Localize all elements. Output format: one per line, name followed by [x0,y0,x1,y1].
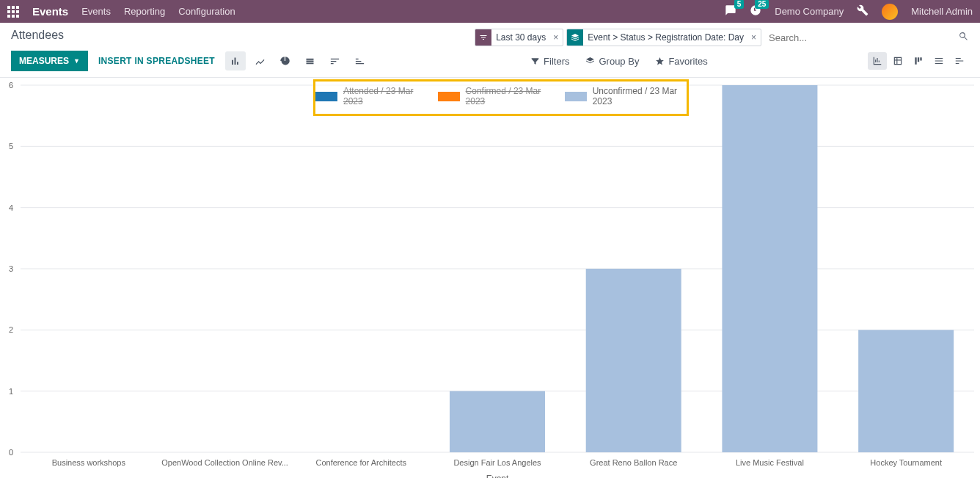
svg-text:6: 6 [9,81,13,90]
svg-rect-17 [858,330,954,452]
groupby-dropdown[interactable]: Group By [585,56,639,67]
favorites-dropdown[interactable]: Favorites [655,56,707,67]
stacked-icon[interactable] [300,51,321,70]
layers-icon [567,29,583,46]
swatch-attended [315,92,337,101]
facet-group[interactable]: Event > Status > Registration Date: Day … [566,29,761,46]
avatar[interactable] [882,4,898,20]
insert-spreadsheet-link[interactable]: INSERT IN SPREADSHEET [98,56,215,66]
filters-dropdown[interactable]: Filters [530,56,569,67]
svg-rect-16 [722,85,817,452]
facet-filter[interactable]: Last 30 days × [475,29,563,46]
svg-text:4: 4 [9,203,13,212]
svg-text:Design Fair Los Angeles: Design Fair Los Angeles [453,458,541,467]
messaging-icon[interactable]: 5 [725,4,736,18]
view-graph-icon[interactable] [868,52,887,70]
svg-text:OpenWood Collection Online Rev: OpenWood Collection Online Rev... [161,458,288,467]
debug-icon[interactable] [857,4,869,18]
svg-text:Hockey Tournament: Hockey Tournament [870,458,942,467]
swatch-confirmed [438,92,460,101]
messaging-badge: 5 [734,0,745,9]
sort-desc-icon[interactable] [325,51,345,70]
funnel-icon [475,29,491,46]
menu-events[interactable]: Events [81,6,111,17]
swatch-unconfirmed [565,92,587,101]
facet-group-remove[interactable]: × [747,32,761,43]
top-nav: Events Events Reporting Configuration 5 … [0,0,980,23]
header-row: Attendees Last 30 days × Event > Status … [0,23,980,46]
measures-button[interactable]: MEASURES▼ [11,51,88,71]
search-icon[interactable] [958,31,969,44]
chart-bar-icon[interactable] [225,51,246,70]
bar-chart: 0123456Business workshopsOpenWood Collec… [0,78,980,478]
app-brand: Events [32,5,68,18]
company-switcher[interactable]: Demo Company [775,6,844,17]
view-pivot-icon[interactable] [888,52,907,70]
caret-down-icon: ▼ [73,57,80,65]
svg-text:Event: Event [486,474,509,478]
apps-icon[interactable] [7,6,19,18]
svg-text:0: 0 [9,448,13,457]
svg-text:Business workshops: Business workshops [52,458,126,467]
view-kanban-icon[interactable] [909,52,928,70]
activities-icon[interactable]: 25 [750,4,761,18]
chart-pie-icon[interactable] [275,51,296,70]
chart-line-icon[interactable] [250,51,271,70]
svg-text:Great Reno Ballon Race: Great Reno Ballon Race [590,458,677,467]
legend-attended[interactable]: Attended / 23 Mar 2023 [315,86,425,106]
svg-text:Conference for Architects: Conference for Architects [316,458,407,467]
legend-highlight: Attended / 23 Mar 2023 Confirmed / 23 Ma… [313,79,689,116]
svg-text:Live Music Festival: Live Music Festival [736,458,804,467]
search-area: Last 30 days × Event > Status > Registra… [475,29,969,46]
svg-text:1: 1 [9,387,13,396]
legend-unconfirmed[interactable]: Unconfirmed / 23 Mar 2023 [565,86,687,106]
view-list-icon[interactable] [929,52,948,70]
menu-reporting[interactable]: Reporting [124,6,165,17]
toolbar: MEASURES▼ INSERT IN SPREADSHEET Filters … [0,46,980,78]
svg-rect-15 [586,269,681,452]
view-list2-icon[interactable] [950,52,969,70]
chart-container: 0123456Business workshopsOpenWood Collec… [0,78,980,478]
sort-asc-icon[interactable] [350,51,370,70]
legend-confirmed[interactable]: Confirmed / 23 Mar 2023 [438,86,552,106]
activities-badge: 25 [755,0,769,9]
svg-rect-14 [450,391,545,452]
svg-text:3: 3 [9,264,13,273]
user-menu[interactable]: Mitchell Admin [911,6,973,17]
page-title: Attendees [11,29,64,42]
search-input[interactable] [764,30,955,46]
menu-configuration[interactable]: Configuration [178,6,235,17]
facet-filter-remove[interactable]: × [549,32,563,43]
svg-text:5: 5 [9,142,13,151]
svg-text:2: 2 [9,325,13,334]
